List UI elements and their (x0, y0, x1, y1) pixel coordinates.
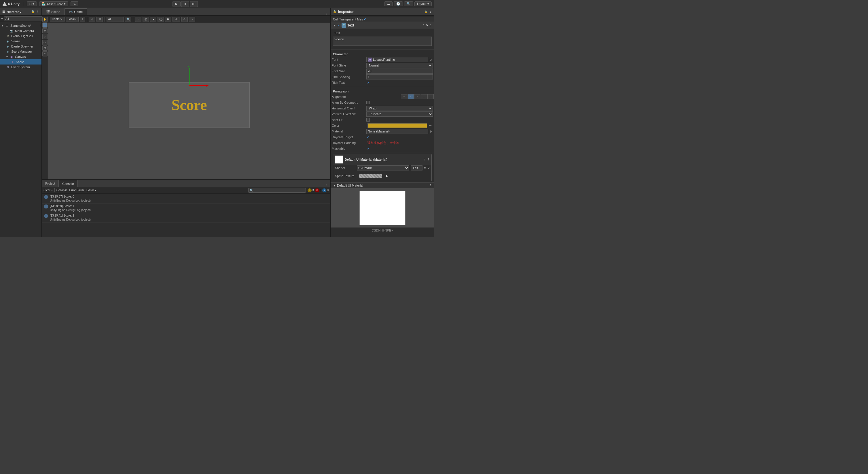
material-picker-btn[interactable]: ⊙ (428, 130, 433, 133)
tab-console[interactable]: Console (58, 180, 78, 187)
gizmo-btn1[interactable]: ○ (135, 17, 142, 22)
mat-help[interactable]: ? (424, 158, 425, 161)
texture-expand[interactable]: ▶ (386, 175, 388, 178)
component-settings[interactable]: ⚙ (426, 24, 428, 27)
material-field[interactable]: None (Material) (366, 129, 428, 134)
log-entry[interactable]: i [13:29:41] Score: 2 UnityEngine.Debug:… (42, 213, 330, 223)
tree-item-maincamera[interactable]: 📷 Main Camera (0, 28, 41, 33)
2d-btn[interactable]: 2D (173, 17, 180, 22)
maskable-checkbox[interactable]: ✓ (366, 147, 370, 151)
gizmo-btn3[interactable]: ● (150, 17, 156, 22)
text-component-header[interactable]: ▼ ✓ T Text ? ⚙ ⋮ (331, 22, 434, 29)
hierarchy-lock[interactable]: 🔒 (31, 10, 35, 13)
rect-tool[interactable]: ▭ (42, 40, 48, 45)
shader-settings-btn[interactable]: ⚙ (427, 166, 430, 169)
error-pause-btn[interactable]: Error Pause (69, 189, 85, 192)
game-score-text: Score (172, 96, 207, 114)
shader-select[interactable]: UI/Default (357, 165, 409, 170)
editor-btn[interactable]: Editor ▾ (86, 189, 96, 192)
raycast-target-checkbox[interactable]: ✓ (366, 135, 370, 139)
search-field[interactable] (106, 17, 124, 22)
color-swatch[interactable] (368, 123, 427, 128)
component-help[interactable]: ? (423, 24, 425, 27)
align-topleft[interactable]: ≡ (401, 94, 407, 99)
color-picker-btn[interactable]: ✏ (428, 124, 433, 127)
step-button[interactable]: ⏭ (190, 1, 198, 7)
ext-btn[interactable]: ⇅ (70, 1, 78, 6)
tree-item-score[interactable]: T Score (0, 59, 41, 64)
add-btn[interactable]: + (1, 17, 3, 20)
custom-tool[interactable]: ✦ (42, 51, 48, 57)
hand-tool[interactable]: ✋ (42, 17, 48, 22)
center-dropdown[interactable]: Center ▾ (50, 17, 64, 22)
component-menu[interactable]: ⋮ (429, 24, 432, 27)
audio-btn[interactable]: ♪ (189, 17, 195, 22)
hierarchy-menu[interactable]: ⋮ (36, 10, 39, 13)
search-btn[interactable]: 🔍 (404, 1, 413, 6)
scene-menu[interactable]: ⋮ (39, 24, 41, 27)
text-textarea[interactable]: Score (333, 37, 432, 46)
unity-logo: 6 Unity (2, 2, 20, 6)
tree-item-scoremanager[interactable]: ◈ ScoreManager (0, 49, 41, 54)
render-btn[interactable]: ⟳ (181, 17, 188, 22)
tab-game[interactable]: 🎮 Game (64, 8, 87, 15)
align-midleft[interactable]: — (421, 94, 427, 99)
scale-tool[interactable]: ⤢ (42, 34, 48, 39)
shader-list-btn[interactable]: ≡ (424, 166, 426, 169)
history-btn[interactable]: 🕐 (394, 1, 403, 6)
transform-tool[interactable]: ⊞ (42, 45, 48, 51)
play-button[interactable]: ▶ (173, 1, 181, 7)
tab-scene[interactable]: 🎬 Scene (42, 8, 64, 15)
view-tab-actions: ⋮ (326, 12, 330, 15)
font-ref-field[interactable]: Aa LegacyRuntime (366, 57, 428, 62)
tree-item-eventsystem[interactable]: ⚙ EventSystem (0, 64, 41, 70)
rich-text-checkbox[interactable]: ✓ (366, 81, 370, 85)
tree-item-globallight[interactable]: ☀ Global Light 2D (0, 33, 41, 39)
layout-btn[interactable]: Layout ▾ (414, 1, 432, 6)
vert-overflow-select[interactable]: Truncate Overflow (366, 112, 433, 117)
horiz-overflow-select[interactable]: Wrap Overflow (366, 106, 433, 111)
log-entry[interactable]: i [13:29:39] Score: 1 UnityEngine.Debug:… (42, 203, 330, 213)
cloud-btn[interactable]: ☁ (384, 1, 393, 6)
collapse-btn[interactable]: Collapse (57, 189, 68, 192)
tree-item-samplescene[interactable]: ▼ ⬡ SampleScene* ⋮ (0, 23, 41, 28)
clear-btn[interactable]: Clear ▾ (43, 189, 53, 192)
component-checkbox[interactable]: ✓ (337, 24, 340, 27)
font-picker-btn[interactable]: ⊙ (428, 58, 433, 61)
gizmo-btn5[interactable]: ✱ (165, 17, 172, 22)
inspector-lock[interactable]: 🔒 (424, 10, 427, 13)
align-by-geo-checkbox[interactable] (366, 101, 370, 104)
mat-menu[interactable]: ⋮ (427, 158, 430, 161)
tree-item-barrierspawner[interactable]: ◈ BarrierSpawner (0, 44, 41, 49)
line-spacing-input[interactable] (366, 74, 433, 80)
move-tool[interactable]: ✛ (42, 23, 48, 28)
font-style-select[interactable]: Normal Bold Italic Bold Italic (366, 63, 433, 68)
tree-item-canvas[interactable]: ▼ ▣ Canvas (0, 54, 41, 59)
inspector-menu[interactable]: ⋮ (429, 10, 432, 13)
align-topcenter[interactable]: ≡ (407, 94, 414, 99)
c-dropdown[interactable]: C ▾ (27, 1, 37, 6)
rotate-tool[interactable]: ↻ (42, 28, 48, 33)
asset-store-btn[interactable]: 🏪 Asset Store ▾ (39, 1, 68, 6)
tab-actions-menu[interactable]: ⋮ (326, 12, 328, 15)
tree-item-snake[interactable]: ◈ Snake (0, 39, 41, 44)
bottom-panel-menu[interactable]: ⋮ (326, 184, 328, 187)
hierarchy-search[interactable] (4, 17, 46, 21)
gizmo-btn2[interactable]: ◎ (143, 17, 149, 22)
align-topright[interactable]: ≡ (414, 94, 421, 99)
tab-project[interactable]: Project (42, 180, 58, 187)
console-search[interactable] (248, 188, 306, 193)
move-icon-btn[interactable]: ⊹ (89, 17, 95, 22)
edit-shader-btn[interactable]: Edit... (411, 165, 423, 170)
pause-button[interactable]: ⏸ (181, 1, 189, 7)
log-entry[interactable]: i [13:29:37] Score: 0 UnityEngine.Debug:… (42, 194, 330, 203)
grid-icon-btn[interactable]: ⊞ (96, 17, 103, 22)
best-fit-checkbox[interactable] (366, 118, 370, 122)
align-midcenter[interactable]: — (427, 94, 434, 99)
local-dropdown[interactable]: Local ▾ (66, 17, 79, 22)
search-icon-btn[interactable]: 🔍 (125, 17, 131, 22)
num-field[interactable]: 1 (80, 17, 86, 22)
gizmo-btn4[interactable]: ◯ (158, 17, 164, 22)
font-size-input[interactable] (366, 68, 433, 74)
default-material-menu[interactable]: ⋮ (429, 184, 432, 187)
